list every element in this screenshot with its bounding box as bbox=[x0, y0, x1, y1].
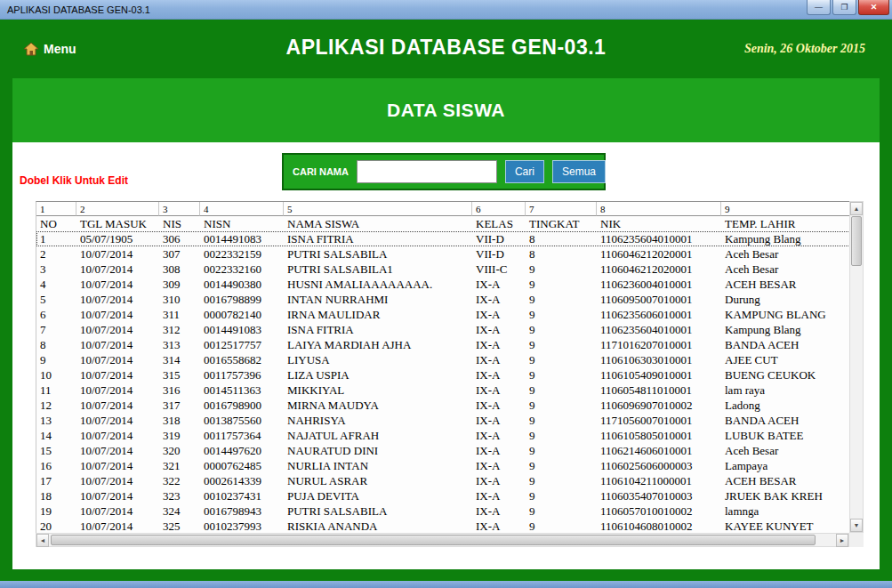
cell: AJEE CUT bbox=[721, 352, 850, 367]
table-row[interactable]: 1410/07/20143190011757364NAJATUL AFRAHIX… bbox=[36, 428, 850, 443]
content-panel: Dobel Klik Untuk Edit CARI NAMA Cari Sem… bbox=[12, 142, 880, 569]
search-box: CARI NAMA Cari Semua bbox=[282, 153, 606, 190]
scroll-down-icon[interactable]: ▼ bbox=[850, 519, 863, 532]
table-row[interactable]: 710/07/20143120014491083ISNA FITRIAIX-A9… bbox=[36, 322, 850, 337]
cell: 14 bbox=[36, 428, 76, 443]
menu-button[interactable]: Menu bbox=[23, 42, 76, 56]
cari-button[interactable]: Cari bbox=[505, 160, 544, 183]
cell: 0010237993 bbox=[200, 519, 284, 534]
table-row[interactable]: 105/07/19053060014491083ISNA FITRIAVII-D… bbox=[36, 231, 850, 246]
vertical-scrollbar-thumb[interactable] bbox=[851, 216, 862, 266]
table-row[interactable]: 810/07/20143130012517757LAIYA MARDIAH AJ… bbox=[36, 337, 850, 352]
cell: 10/07/2014 bbox=[76, 413, 159, 428]
table-row[interactable]: 1610/07/20143210000762485NURLIA INTANIX-… bbox=[36, 458, 850, 473]
cell: BUENG CEUKOK bbox=[721, 367, 850, 383]
table-row[interactable]: 410/07/20143090014490380HUSNI AMALIAAAAA… bbox=[36, 277, 850, 292]
cell: 10/07/2014 bbox=[76, 458, 159, 473]
cell: IX-A bbox=[472, 292, 526, 307]
table-row[interactable]: 610/07/20143110000782140IRNA MAULIDARIX-… bbox=[36, 307, 850, 322]
cell: 9 bbox=[526, 519, 597, 534]
maximize-button[interactable]: ❐ bbox=[832, 0, 856, 15]
cell: MIKKIYAL bbox=[284, 383, 472, 398]
cell: 0011757396 bbox=[200, 367, 284, 383]
table-row[interactable]: 1210/07/20143170016798900MIRNA MAUDYAIX-… bbox=[36, 398, 850, 413]
cell: 6 bbox=[36, 307, 76, 322]
cell: IX-A bbox=[472, 398, 526, 413]
horizontal-scrollbar-thumb[interactable] bbox=[51, 535, 816, 545]
date-label: Senin, 26 Oktober 2015 bbox=[744, 42, 865, 56]
table-row[interactable]: 1810/07/20143230010237431PUJA DEVITAIX-A… bbox=[36, 488, 850, 503]
cell: 320 bbox=[159, 443, 200, 458]
semua-button[interactable]: Semua bbox=[552, 160, 606, 183]
scroll-left-icon[interactable]: ◄ bbox=[36, 534, 49, 547]
cell: 0000762485 bbox=[200, 458, 284, 473]
cell: 8 bbox=[526, 246, 597, 262]
table-row[interactable]: 510/07/20143100016798899INTAN NURRAHMIIX… bbox=[36, 292, 850, 307]
cell: JRUEK BAK KREH bbox=[721, 488, 850, 503]
cell: 2 bbox=[76, 202, 159, 216]
cell: 10/07/2014 bbox=[76, 262, 159, 277]
cell: 318 bbox=[159, 413, 200, 428]
cell: TINGKAT bbox=[526, 216, 597, 231]
cell: 19 bbox=[36, 503, 76, 519]
cell: 309 bbox=[159, 277, 200, 292]
cell: 5 bbox=[284, 202, 472, 216]
cell: 10/07/2014 bbox=[76, 337, 159, 352]
cell: 8 bbox=[597, 202, 721, 216]
table-row[interactable]: 2010/07/20143250010237993RISKIA ANANDAIX… bbox=[36, 519, 850, 534]
cell: PUTRI SALSABILA bbox=[284, 246, 472, 262]
minimize-button[interactable]: — bbox=[807, 0, 831, 15]
cell: 9 bbox=[526, 473, 597, 488]
cell: PUJA DEVITA bbox=[284, 488, 472, 503]
cell: 9 bbox=[526, 503, 597, 519]
cell: 10/07/2014 bbox=[76, 443, 159, 458]
cell: 1171016207010001 bbox=[597, 337, 721, 352]
app-window: APLIKASI DATABASE GEN-03.1 — ❐ ✕ Menu AP… bbox=[0, 0, 892, 588]
cell: 1106235604010001 bbox=[597, 231, 721, 246]
scroll-right-icon[interactable]: ► bbox=[836, 534, 848, 547]
vertical-scrollbar[interactable]: ▲ ▼ bbox=[849, 201, 864, 533]
cell: TGL MASUK bbox=[76, 216, 159, 231]
cell: 11 bbox=[36, 383, 76, 398]
cell: NIK bbox=[597, 216, 721, 231]
table-row[interactable]: 1310/07/20143180013875560NAHRISYAIX-A911… bbox=[36, 413, 850, 428]
table-row[interactable]: 1010/07/20143150011757396LIZA USPIAIX-A9… bbox=[36, 367, 850, 383]
table-row[interactable]: 910/07/20143140016558682LIYUSAIX-A911061… bbox=[36, 352, 850, 367]
cell: 10/07/2014 bbox=[76, 503, 159, 519]
cell: 10 bbox=[36, 367, 76, 383]
cell: 9 bbox=[526, 458, 597, 473]
cell: 1106235604010001 bbox=[597, 322, 721, 337]
cell: 9 bbox=[36, 352, 76, 367]
scroll-up-icon[interactable]: ▲ bbox=[850, 202, 863, 215]
cell: 9 bbox=[526, 307, 597, 322]
table-row[interactable]: 1510/07/20143200014497620NAURATUD DINIIX… bbox=[36, 443, 850, 458]
table-row[interactable]: 1910/07/20143240016798943PUTRI SALSABILA… bbox=[36, 503, 850, 519]
window-titlebar[interactable]: APLIKASI DATABASE GEN-03.1 — ❐ ✕ bbox=[0, 0, 892, 20]
cell: 12 bbox=[36, 398, 76, 413]
app-header: Menu APLIKASI DATABASE GEN-03.1 Senin, 2… bbox=[0, 20, 892, 78]
cell: Kampung Blang bbox=[721, 322, 850, 337]
search-input[interactable] bbox=[357, 160, 497, 183]
cell: 20 bbox=[36, 519, 76, 534]
cell: 10/07/2014 bbox=[76, 322, 159, 337]
table-row[interactable]: 310/07/20143080022332160PUTRI SALSABILA1… bbox=[36, 262, 850, 277]
table-row[interactable]: 1710/07/20143220002614339NURUL ASRARIX-A… bbox=[36, 473, 850, 488]
cell: IX-A bbox=[472, 519, 526, 534]
cell: 317 bbox=[159, 398, 200, 413]
horizontal-scrollbar[interactable]: ◄ ► bbox=[36, 533, 849, 547]
cell: 0011757364 bbox=[200, 428, 284, 443]
cell: BANDA ACEH bbox=[721, 337, 850, 352]
table-row[interactable]: 210/07/20143070022332159PUTRI SALSABILAV… bbox=[36, 246, 850, 262]
cell: 9 bbox=[526, 322, 597, 337]
cell: 9 bbox=[526, 262, 597, 277]
cell: 9 bbox=[526, 428, 597, 443]
cell: 0016798899 bbox=[200, 292, 284, 307]
cell: 10/07/2014 bbox=[76, 473, 159, 488]
cell: 1106235606010001 bbox=[597, 307, 721, 322]
cell: 4 bbox=[200, 202, 284, 216]
close-button[interactable]: ✕ bbox=[858, 0, 889, 15]
cell: IX-A bbox=[472, 322, 526, 337]
cell: 0014497620 bbox=[200, 443, 284, 458]
cell: 1171056007010001 bbox=[597, 413, 721, 428]
table-row[interactable]: 1110/07/20143160014511363MIKKIYALIX-A911… bbox=[36, 383, 850, 398]
